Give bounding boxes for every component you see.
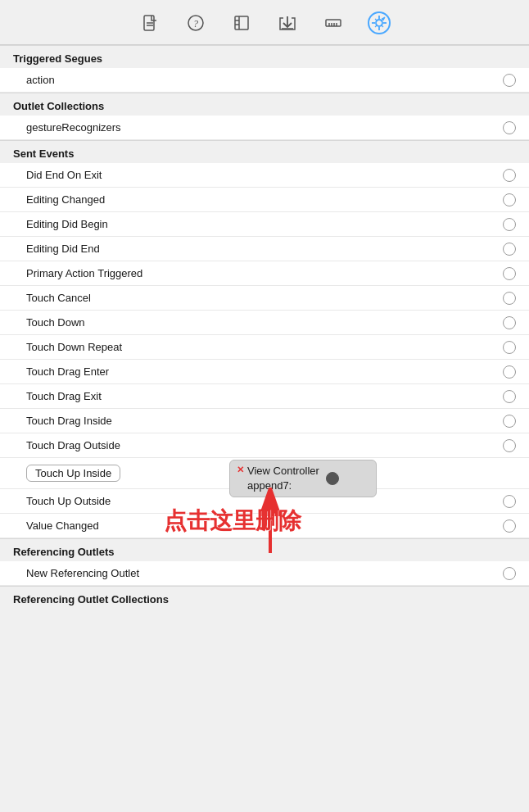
editing-changed-radio[interactable]: [503, 193, 516, 206]
touch-drag-enter-row: Touch Drag Enter: [0, 360, 529, 384]
touch-down-row: Touch Down: [0, 311, 529, 335]
sent-events-header: Sent Events: [0, 140, 529, 163]
referencing-outlets-section: Referencing Outlets New Referencing Outl…: [0, 538, 529, 586]
toolbar: ?: [0, 0, 529, 45]
touch-drag-outside-label: Touch Drag Outside: [26, 439, 120, 451]
svg-rect-5: [235, 16, 248, 29]
referencing-outlet-collections-label: Referencing Outlet Collections: [13, 593, 169, 606]
triggered-segues-section: Triggered Segues action: [0, 45, 529, 93]
touch-cancel-row: Touch Cancel: [0, 286, 529, 311]
svg-text:?: ?: [193, 18, 198, 29]
ruler-icon[interactable]: [322, 11, 345, 34]
touch-down-radio[interactable]: [503, 316, 516, 329]
value-changed-row: Value Changed: [0, 514, 529, 538]
editing-did-begin-label: Editing Did Begin: [26, 218, 108, 230]
touch-up-outside-radio[interactable]: [503, 495, 516, 508]
did-end-on-exit-row: Did End On Exit: [0, 163, 529, 188]
file-icon[interactable]: [138, 11, 161, 34]
did-end-on-exit-radio[interactable]: [503, 169, 516, 182]
referencing-outlets-header: Referencing Outlets: [0, 538, 529, 561]
editing-did-begin-row: Editing Did Begin: [0, 212, 529, 237]
primary-action-triggered-radio[interactable]: [503, 267, 516, 280]
touch-down-label: Touch Down: [26, 316, 85, 329]
touch-cancel-label: Touch Cancel: [26, 292, 91, 304]
touch-up-inside-row: Touch Up Inside ✕ View Controller append…: [0, 458, 529, 489]
outlet-collections-section: Outlet Collections gestureRecognizers: [0, 93, 529, 140]
touch-drag-enter-label: Touch Drag Enter: [26, 365, 109, 378]
touch-cancel-radio[interactable]: [503, 292, 516, 305]
new-referencing-outlet-radio[interactable]: [503, 567, 516, 580]
action-radio[interactable]: [503, 74, 516, 87]
touch-down-repeat-label: Touch Down Repeat: [26, 341, 122, 353]
inspector-icon[interactable]: [230, 11, 253, 34]
connection-radio-filled[interactable]: [326, 472, 339, 485]
primary-action-triggered-row: Primary Action Triggered: [0, 261, 529, 286]
editing-did-end-radio[interactable]: [503, 243, 516, 256]
value-changed-radio[interactable]: [503, 519, 516, 533]
touch-down-repeat-row: Touch Down Repeat: [0, 335, 529, 360]
new-referencing-outlet-label: New Referencing Outlet: [26, 567, 139, 579]
touch-drag-inside-radio[interactable]: [503, 415, 516, 428]
remove-connection-button[interactable]: ✕: [237, 465, 244, 475]
touch-drag-inside-label: Touch Drag Inside: [26, 415, 112, 427]
referencing-outlet-collections-header: Referencing Outlet Collections: [0, 586, 529, 609]
outlet-collections-label: Outlet Collections: [13, 100, 104, 112]
value-changed-label: Value Changed: [26, 519, 99, 532]
gesture-recognizers-radio[interactable]: [503, 121, 516, 134]
sent-events-section: Sent Events Did End On Exit Editing Chan…: [0, 140, 529, 538]
touch-up-outside-label: Touch Up Outside: [26, 495, 111, 507]
did-end-on-exit-label: Did End On Exit: [26, 169, 102, 181]
help-icon[interactable]: ?: [184, 11, 207, 34]
action-label: action: [26, 74, 55, 86]
connection-tooltip: ✕ View Controller append7:: [229, 460, 377, 497]
touch-drag-outside-row: Touch Drag Outside: [0, 433, 529, 458]
referencing-outlets-label: Referencing Outlets: [13, 546, 115, 558]
new-referencing-outlet-row: New Referencing Outlet: [0, 561, 529, 586]
touch-up-inside-label: Touch Up Inside: [26, 465, 120, 482]
connection-name: View Controller: [247, 464, 319, 479]
gesture-recognizers-row: gestureRecognizers: [0, 116, 529, 140]
triggered-segues-header: Triggered Segues: [0, 45, 529, 68]
touch-drag-enter-radio[interactable]: [503, 365, 516, 379]
connection-method: append7:: [247, 479, 319, 493]
referencing-outlet-collections-section: Referencing Outlet Collections: [0, 586, 529, 609]
touch-drag-exit-row: Touch Drag Exit: [0, 384, 529, 409]
editing-did-begin-radio[interactable]: [503, 218, 516, 231]
triggered-segues-label: Triggered Segues: [13, 52, 102, 65]
touch-down-repeat-radio[interactable]: [503, 341, 516, 354]
connections-icon[interactable]: [368, 11, 391, 34]
outlet-collections-header: Outlet Collections: [0, 93, 529, 116]
svg-rect-10: [326, 20, 341, 26]
download-icon[interactable]: [276, 11, 299, 34]
touch-drag-exit-radio[interactable]: [503, 390, 516, 403]
action-row: action: [0, 68, 529, 93]
editing-did-end-label: Editing Did End: [26, 243, 100, 255]
gesture-recognizers-label: gestureRecognizers: [26, 121, 121, 134]
touch-drag-outside-radio[interactable]: [503, 439, 516, 452]
touch-drag-exit-label: Touch Drag Exit: [26, 390, 102, 402]
primary-action-triggered-label: Primary Action Triggered: [26, 267, 142, 279]
touch-drag-inside-row: Touch Drag Inside: [0, 409, 529, 433]
editing-changed-row: Editing Changed: [0, 188, 529, 212]
connection-text: View Controller append7:: [247, 464, 319, 493]
editing-did-end-row: Editing Did End: [0, 237, 529, 261]
sent-events-label: Sent Events: [13, 147, 74, 160]
editing-changed-label: Editing Changed: [26, 193, 105, 206]
inspector-panel: ?: [0, 0, 529, 609]
